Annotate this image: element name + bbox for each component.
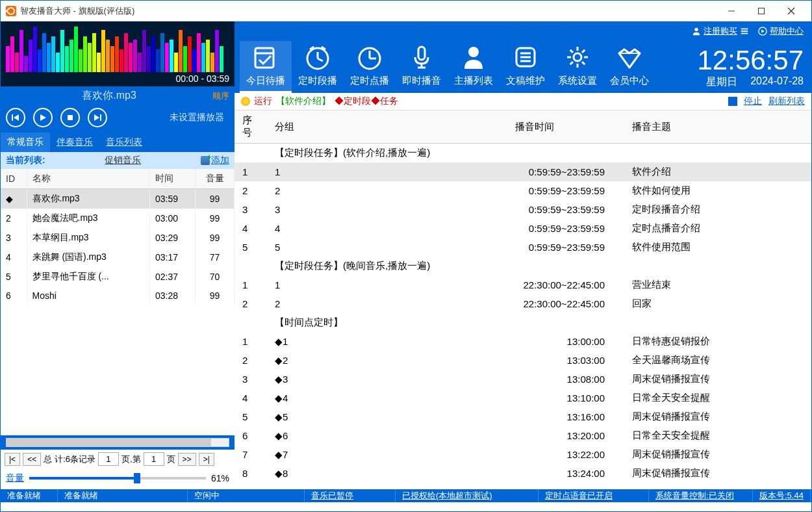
schedule-group-header[interactable]: 【时间点定时】 xyxy=(235,313,811,332)
play-circle-icon xyxy=(758,27,767,36)
status-6[interactable]: 定时点语音已开启 xyxy=(539,489,649,502)
status-8[interactable]: 版本号:5.44 xyxy=(753,489,811,502)
schedule-group-header[interactable]: 【定时段任务】(晚间音乐,播放一遍) xyxy=(235,257,811,275)
toolbar-anchor[interactable]: 主播列表 xyxy=(448,41,500,93)
sched-col-topic[interactable]: 播音主题 xyxy=(624,110,811,144)
playlist-row[interactable]: ◆喜欢你.mp303:5999 xyxy=(1,189,235,209)
svg-marker-6 xyxy=(40,114,46,121)
volume-label[interactable]: 音量 xyxy=(6,472,24,484)
buy-link[interactable]: 注册购买 xyxy=(692,25,749,37)
clock: 12:56:57 星期日 2024-07-28 xyxy=(698,47,804,89)
schedule-row[interactable]: 1◆113:00:00日常特惠促销报价 xyxy=(235,332,811,351)
toolbar-period[interactable]: 定时段播 xyxy=(292,41,344,93)
col-id[interactable]: ID xyxy=(1,169,27,189)
schedule-row[interactable]: 550:59:59~23:59:59软件使用范围 xyxy=(235,238,811,257)
schedule-row[interactable]: 110:59:59~23:59:59软件介绍 xyxy=(235,162,811,181)
player-status: 未设置播放器 xyxy=(115,112,229,123)
schedule-row[interactable]: 2222:30:00~22:45:00回家 xyxy=(235,294,811,313)
minimize-button[interactable] xyxy=(717,1,746,21)
playlist-row[interactable]: 5梦里寻他千百度 (...02:3770 xyxy=(1,267,235,287)
tab-2[interactable]: 音乐列表 xyxy=(99,133,149,152)
current-list-name[interactable]: 促销音乐 xyxy=(45,155,201,166)
play-order[interactable]: 顺序 xyxy=(212,90,229,102)
status-3: 空闲中 xyxy=(188,489,305,502)
schedule-row[interactable]: 2◆213:03:00全天温馨商场宣传 xyxy=(235,351,811,370)
next-button[interactable] xyxy=(88,108,107,127)
col-name[interactable]: 名称 xyxy=(27,169,150,189)
toolbar-doc[interactable]: 文稿维护 xyxy=(500,41,552,93)
toolbar-today[interactable]: 今日待播 xyxy=(240,41,292,93)
point-icon xyxy=(344,41,396,73)
playlist-row[interactable]: 6Moshi03:2899 xyxy=(1,287,235,305)
stop-link[interactable]: 停止 xyxy=(744,96,762,107)
col-time[interactable]: 时间 xyxy=(150,169,196,189)
schedule-row[interactable]: 4◆413:10:00日常全天安全提醒 xyxy=(235,389,811,407)
info-bar: 运行 【软件介绍】 ◆定时段◆任务 停止 刷新列表 xyxy=(235,93,811,110)
toolbar-instant[interactable]: 即时播音 xyxy=(396,41,448,93)
volume-percent: 61% xyxy=(211,473,229,483)
svg-marker-15 xyxy=(761,29,764,32)
maximize-button[interactable] xyxy=(746,1,776,21)
tab-0[interactable]: 常规音乐 xyxy=(1,133,50,152)
toolbar-settings[interactable]: 系统设置 xyxy=(552,41,603,93)
schedule-row[interactable]: 6◆613:20:00日常全天安全提醒 xyxy=(235,426,811,445)
playlist-hscroll[interactable] xyxy=(6,438,229,447)
info-run: 运行 xyxy=(254,96,272,107)
clock-weekday: 星期日 xyxy=(706,75,737,89)
current-list-label: 当前列表: xyxy=(6,155,45,166)
instant-icon xyxy=(396,41,448,73)
col-vol[interactable]: 音量 xyxy=(196,169,235,189)
prev-button[interactable] xyxy=(6,108,25,127)
pager-first[interactable]: |< xyxy=(5,453,20,466)
stop-icon xyxy=(728,97,737,106)
add-button[interactable]: 添加 xyxy=(201,155,229,166)
pager-current-input[interactable] xyxy=(144,452,164,466)
schedule-group-header[interactable]: 【定时段任务】(软件介绍,播放一遍) xyxy=(235,144,811,163)
status-7[interactable]: 系统音量控制:已关闭 xyxy=(649,489,753,502)
tab-1[interactable]: 伴奏音乐 xyxy=(50,133,99,152)
status-5[interactable]: 已授权给(本地超市测试) xyxy=(396,489,539,502)
status-4[interactable]: 音乐已暂停 xyxy=(305,489,396,502)
toolbar-vip[interactable]: 会员中心 xyxy=(603,41,655,93)
refresh-link[interactable]: 刷新列表 xyxy=(768,96,805,107)
schedule-row[interactable]: 220:59:59~23:59:59软件如何使用 xyxy=(235,181,811,200)
svg-rect-9 xyxy=(100,114,101,121)
svg-point-34 xyxy=(574,53,581,61)
volume-slider[interactable] xyxy=(29,477,206,480)
playlist-row[interactable]: 2她会魔法吧.mp303:0099 xyxy=(1,209,235,228)
close-button[interactable] xyxy=(776,1,806,21)
schedule-row[interactable]: 1122:30:00~22:45:00营业结束 xyxy=(235,275,811,294)
svg-line-36 xyxy=(582,62,585,64)
audio-visualizer: 00:00 - 03:59 xyxy=(1,21,235,86)
help-link[interactable]: 帮助中心 xyxy=(758,25,804,37)
schedule-row[interactable]: 5◆513:16:00周末促销播报宣传 xyxy=(235,407,811,426)
pager-last[interactable]: >| xyxy=(199,453,214,466)
playlist-row[interactable]: 3本草纲目.mp303:2999 xyxy=(1,228,235,248)
pager-prev[interactable]: << xyxy=(23,453,41,466)
playlist-row[interactable]: 4来跳舞 (国语).mp303:1777 xyxy=(1,248,235,267)
sched-col-seq[interactable]: 序号 xyxy=(235,110,267,144)
pager-next[interactable]: >> xyxy=(178,453,196,466)
menu-icon xyxy=(740,27,749,36)
vip-icon xyxy=(603,41,655,73)
right-panel: 注册购买 帮助中心 今日待播定时段播定时点播即时播音主播列表文稿维护系统设置会员… xyxy=(235,21,811,488)
clock-date: 2024-07-28 xyxy=(750,75,804,89)
svg-marker-5 xyxy=(14,114,19,121)
schedule-row[interactable]: 330:59:59~23:59:59定时段播音介绍 xyxy=(235,200,811,219)
pager-page-input[interactable] xyxy=(98,452,119,466)
stop-button[interactable] xyxy=(60,108,80,127)
toolbar-point[interactable]: 定时点播 xyxy=(344,41,396,93)
schedule-row[interactable]: 3◆313:08:00周末促销播报宣传 xyxy=(235,370,811,389)
sched-col-time[interactable]: 播音时间 xyxy=(507,110,624,144)
schedule-row[interactable]: 8◆813:24:00周末促销播报宣传 xyxy=(235,464,811,483)
svg-rect-16 xyxy=(255,48,273,68)
titlebar: 智友播音大师 - 旗舰版(评估版) xyxy=(1,1,811,21)
schedule-row[interactable]: 7◆713:22:00周末促销播报宣传 xyxy=(235,445,811,464)
info-bracket: 【软件介绍】 xyxy=(276,96,331,107)
left-panel: 00:00 - 03:59 喜欢你.mp3 顺序 未设置播放器 常规音乐伴奏音乐… xyxy=(1,21,235,488)
sched-col-group[interactable]: 分组 xyxy=(267,110,507,144)
play-button[interactable] xyxy=(33,108,53,127)
svg-line-40 xyxy=(570,50,573,53)
svg-rect-26 xyxy=(418,47,425,60)
schedule-row[interactable]: 440:59:59~23:59:59定时点播音介绍 xyxy=(235,219,811,238)
